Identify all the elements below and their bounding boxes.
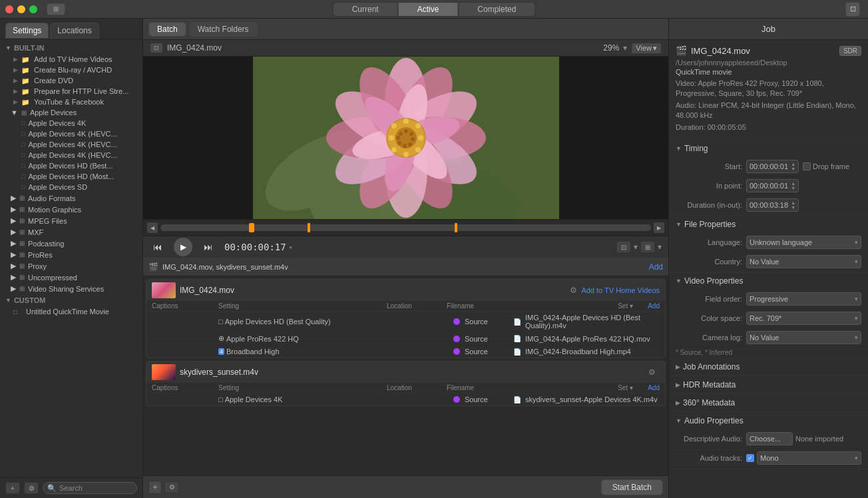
timing-dur-arrows[interactable]: ▲ ▼ — [791, 200, 795, 210]
start-batch-button[interactable]: Start Batch — [601, 479, 663, 495]
gear-preset-button[interactable]: ⚙ — [24, 482, 39, 494]
batch-item-1-dest[interactable]: Add to TV Home Videos — [581, 286, 660, 294]
sidebar-tab-locations[interactable]: Locations — [50, 23, 99, 39]
sidebar-item-apple-sd[interactable]: □ Apple Devices SD — [0, 182, 142, 192]
col-add-label[interactable]: Add — [633, 302, 660, 310]
skip-back-button[interactable]: ⏮ — [150, 239, 166, 255]
annotation-arrow[interactable]: ▾ — [634, 242, 638, 252]
batch-gear-button[interactable]: ⚙ — [164, 481, 179, 493]
minimize-button[interactable] — [17, 5, 25, 13]
preview-icon-btn[interactable]: ⊡ — [150, 43, 163, 53]
add-batch-button[interactable]: + — [148, 481, 162, 494]
timing-in-down[interactable]: ▼ — [791, 186, 795, 190]
field-order-select[interactable]: Progressive ▾ — [746, 292, 861, 306]
timing-in-input[interactable]: 00:00:00:01 ▲ ▼ — [746, 179, 799, 192]
language-select[interactable]: Unknown language ▾ — [746, 236, 861, 249]
batch-tab[interactable]: Batch — [148, 22, 186, 37]
motion-group-arrow: ▶ — [11, 205, 16, 214]
color-space-select[interactable]: Rec. 709* ▾ — [746, 312, 861, 325]
timecode-dropdown[interactable]: ▾ — [289, 244, 293, 251]
caption-arrow[interactable]: ▾ — [658, 242, 662, 252]
timing-dur-input[interactable]: 00:00:03:18 ▲ ▼ — [746, 198, 799, 212]
view-button[interactable]: View ▾ — [631, 43, 662, 54]
timing-dur-down[interactable]: ▼ — [791, 205, 795, 210]
timeline-track[interactable] — [160, 224, 651, 231]
tab-current[interactable]: Current — [333, 2, 398, 17]
sidebar-group-uncompressed-label: Uncompressed — [28, 274, 77, 282]
sidebar-item-apple-hd-most[interactable]: □ Apple Devices HD (Most... — [0, 171, 142, 182]
sidebar-group-mpeg[interactable]: ▶ ⊞ MPEG Files — [0, 215, 142, 226]
batch-item-1-gear[interactable]: ⚙ — [570, 286, 577, 295]
timing-start-input[interactable]: 00:00:00:01 ▲ ▼ — [746, 160, 799, 173]
sidebar-item-http[interactable]: ▶ 📁 Prepare for HTTP Live Stre... — [0, 86, 142, 97]
add-preset-button[interactable]: + — [5, 482, 20, 494]
sidebar-item-http-label: Prepare for HTTP Live Stre... — [34, 87, 128, 95]
audio-tracks-checkbox[interactable]: ✓ — [746, 454, 754, 462]
close-button[interactable] — [5, 5, 13, 13]
sidebar-item-untitled[interactable]: □ Untitled QuickTime Movie — [0, 306, 142, 317]
choose-button[interactable]: Choose... — [746, 432, 793, 445]
sidebar-group-apple[interactable]: ▼ ⊞ Apple Devices — [0, 107, 142, 118]
sidebar-item-apple-4k-hevc-2[interactable]: □ Apple Devices 4K (HEVC... — [0, 139, 142, 150]
360-header[interactable]: ▶ 360° Metadata — [669, 394, 868, 411]
timing-in-up[interactable]: ▲ — [791, 181, 795, 186]
section-custom[interactable]: ▼ CUSTOM — [0, 294, 142, 306]
tab-active[interactable]: Active — [398, 2, 459, 17]
sidebar-item-bluray[interactable]: ▶ 📁 Create Blu-ray / AVCHD — [0, 65, 142, 75]
audio-props-header[interactable]: ▼ Audio Properties — [669, 412, 868, 429]
sidebar-group-proxy[interactable]: ▶ ⊞ Proxy — [0, 260, 142, 272]
batch-group-add-button[interactable]: Add — [649, 262, 663, 272]
timing-start-down[interactable]: ▼ — [791, 166, 795, 171]
country-select[interactable]: No Value ▾ — [746, 255, 861, 268]
sidebar-group-video-sharing[interactable]: ▶ ⊞ Video Sharing Services — [0, 283, 142, 294]
tab-completed[interactable]: Completed — [458, 2, 535, 17]
audio-tracks-select[interactable]: Mono ▾ — [757, 451, 861, 465]
timing-header[interactable]: ▼ Timing — [669, 140, 868, 157]
drop-frame-checkbox[interactable] — [803, 162, 811, 170]
sidebar-toggle-button[interactable]: ⊞ — [47, 3, 65, 15]
sidebar-item-apple-hd-best[interactable]: □ Apple Devices HD (Best... — [0, 160, 142, 171]
col-add-label-2[interactable]: Add — [633, 384, 660, 391]
hdr-header[interactable]: ▶ HDR Metadata — [669, 376, 868, 393]
file-props-header[interactable]: ▼ File Properties — [669, 216, 868, 233]
timeline-end-btn[interactable]: ▶ — [654, 222, 664, 233]
sidebar-group-audio[interactable]: ▶ ⊞ Audio Formats — [0, 192, 142, 204]
timing-start-up[interactable]: ▲ — [791, 162, 795, 166]
skip-forward-button[interactable]: ⏭ — [200, 239, 216, 255]
timeline-start-btn[interactable]: ◀ — [147, 222, 158, 233]
job-annotations-header[interactable]: ▶ Job Annotations — [669, 358, 868, 375]
timing-dur-up[interactable]: ▲ — [791, 200, 795, 205]
row2-filename-1: 📄 skydivers_sunset-Apple Devices 4K.m4v — [513, 395, 660, 403]
sidebar-group-prores[interactable]: ▶ ⊞ ProRes — [0, 249, 142, 260]
sidebar-item-apple-4k-hevc-1[interactable]: □ Apple Devices 4K (HEVC... — [0, 128, 142, 139]
play-button[interactable]: ▶ — [174, 238, 192, 256]
maximize-button[interactable] — [29, 5, 37, 13]
sidebar-item-bluray-label: Create Blu-ray / AVCHD — [34, 66, 112, 74]
share-icon[interactable]: ⊡ — [845, 2, 860, 17]
sidebar-item-apple-4k[interactable]: □ Apple Devices 4K — [0, 118, 142, 128]
audio-tracks-label: Audio tracks: — [676, 454, 742, 462]
sidebar-group-podcasting[interactable]: ▶ ⊞ Podcasting — [0, 238, 142, 249]
camera-log-select[interactable]: No Value ▾ — [746, 331, 861, 344]
sidebar-tab-settings[interactable]: Settings — [5, 23, 49, 39]
timing-in-arrows[interactable]: ▲ ▼ — [791, 181, 795, 190]
annotation-button[interactable]: ⊡ — [616, 241, 631, 253]
video-props-header[interactable]: ▼ Video Properties — [669, 272, 868, 290]
sidebar-item-dvd[interactable]: ▶ 📁 Create DVD — [0, 75, 142, 86]
main-layout: Settings Locations ▼ BUILT-IN ▶ 📁 Add to… — [0, 19, 868, 498]
batch-item-2-gear[interactable]: ⚙ — [648, 368, 656, 377]
sidebar-item-apple-4k-hevc-3[interactable]: □ Apple Devices 4K (HEVC... — [0, 150, 142, 160]
sidebar-item-tv-home[interactable]: ▶ 📁 Add to TV Home Videos — [0, 54, 142, 65]
language-value: Unknown language — [750, 238, 812, 246]
sidebar-group-uncompressed[interactable]: ▶ ⊞ Uncompressed — [0, 272, 142, 283]
caption-button[interactable]: ⊞ — [640, 241, 655, 253]
sidebar-group-motion[interactable]: ▶ ⊞ Motion Graphics — [0, 204, 142, 215]
search-box[interactable]: 🔍 Search — [43, 482, 137, 494]
timeline[interactable]: ◀ ▶ — [143, 219, 668, 236]
timing-start-arrows[interactable]: ▲ ▼ — [791, 162, 795, 171]
timeline-thumb[interactable] — [249, 223, 254, 232]
sidebar-item-youtube[interactable]: ▶ 📁 YouTube & Facebook — [0, 97, 142, 107]
sidebar-group-mxf[interactable]: ▶ ⊞ MXF — [0, 226, 142, 238]
section-built-in[interactable]: ▼ BUILT-IN — [0, 42, 142, 54]
watch-folders-tab[interactable]: Watch Folders — [189, 22, 258, 37]
